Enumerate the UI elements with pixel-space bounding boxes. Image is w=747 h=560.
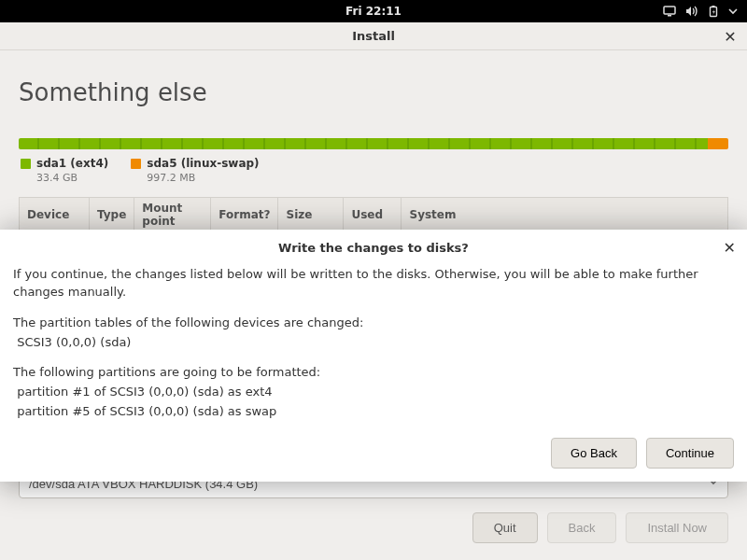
- col-type[interactable]: Type: [90, 198, 134, 232]
- legend-size: 33.4 GB: [36, 172, 108, 184]
- window-titlebar: Install ✕: [0, 22, 747, 50]
- continue-button[interactable]: Continue: [646, 438, 734, 469]
- chevron-down-icon[interactable]: [728, 7, 738, 16]
- page-title: Something else: [19, 78, 728, 106]
- svg-rect-1: [668, 15, 671, 17]
- back-button: Back: [547, 512, 617, 543]
- installer-footer: Quit Back Install Now: [472, 512, 728, 543]
- dialog-text: The following partitions are going to be…: [13, 364, 734, 382]
- col-used[interactable]: Used: [344, 198, 402, 232]
- legend-label: sda5 (linux-swap): [147, 157, 259, 170]
- legend-size: 997.2 MB: [147, 172, 259, 184]
- window-close-button[interactable]: ✕: [721, 27, 740, 46]
- col-device[interactable]: Device: [20, 198, 90, 232]
- dialog-close-button[interactable]: ✕: [724, 239, 736, 257]
- display-icon[interactable]: [663, 6, 676, 17]
- col-format[interactable]: Format?: [211, 198, 278, 232]
- gnome-topbar: Fri 22:11: [0, 0, 747, 22]
- dialog-text: If you continue, the changes listed belo…: [13, 266, 734, 301]
- col-mount[interactable]: Mount point: [134, 198, 211, 232]
- col-size[interactable]: Size: [278, 198, 344, 232]
- svg-rect-3: [712, 6, 715, 7]
- legend-item-sda1: sda1 (ext4) 33.4 GB: [21, 157, 108, 184]
- window-title-text: Install: [352, 29, 395, 43]
- dialog-text: partition #5 of SCSI3 (0,0,0) (sda) as s…: [13, 403, 734, 421]
- topbar-clock[interactable]: Fri 22:11: [345, 5, 402, 18]
- disk-legend: sda1 (ext4) 33.4 GB sda5 (linux-swap) 99…: [21, 157, 728, 184]
- disk-usage-strip: [19, 138, 728, 149]
- topbar-tray: [663, 0, 743, 22]
- disk-segment-sda5: [708, 138, 728, 149]
- col-system[interactable]: System: [402, 198, 728, 232]
- battery-icon[interactable]: [708, 5, 719, 18]
- dialog-title: Write the changes to disks?: [13, 241, 734, 255]
- svg-rect-0: [664, 7, 675, 14]
- go-back-button[interactable]: Go Back: [551, 438, 637, 469]
- partition-table[interactable]: Device Type Mount point Format? Size Use…: [19, 197, 728, 232]
- legend-swatch: [131, 159, 141, 169]
- legend-swatch: [21, 159, 31, 169]
- confirm-write-dialog: Write the changes to disks? ✕ If you con…: [0, 230, 747, 482]
- disk-segment-sda1: [19, 138, 708, 149]
- quit-button[interactable]: Quit: [472, 512, 538, 543]
- legend-label: sda1 (ext4): [36, 157, 108, 170]
- legend-item-sda5: sda5 (linux-swap) 997.2 MB: [131, 157, 259, 184]
- volume-icon[interactable]: [685, 6, 698, 17]
- dialog-text: SCSI3 (0,0,0) (sda): [13, 334, 734, 352]
- dialog-text: The partition tables of the following de…: [13, 315, 734, 332]
- dialog-text: partition #1 of SCSI3 (0,0,0) (sda) as e…: [13, 384, 734, 401]
- install-now-button: Install Now: [626, 512, 728, 543]
